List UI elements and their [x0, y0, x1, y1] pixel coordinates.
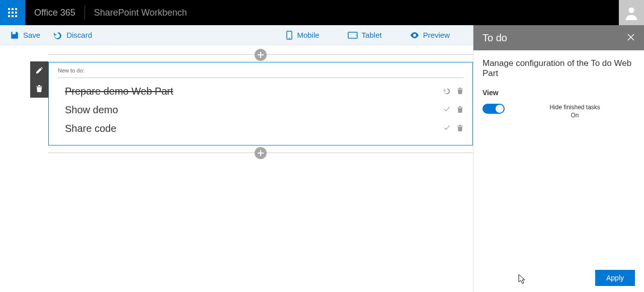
svg-rect-4 [12, 12, 14, 14]
preview-label: Preview [423, 31, 450, 39]
svg-point-11 [289, 38, 290, 39]
webpart-toolbar [30, 61, 48, 98]
app-launcher-icon[interactable] [0, 0, 25, 25]
todo-item-label: Show demo [65, 104, 118, 116]
brand-label[interactable]: Office 365 [25, 6, 85, 20]
svg-rect-0 [8, 8, 10, 10]
delete-icon[interactable] [457, 123, 463, 134]
svg-rect-3 [8, 12, 10, 14]
apply-button[interactable]: Apply [595, 270, 635, 286]
todo-item-label: Prepare demo Web Part [65, 86, 173, 97]
svg-rect-6 [8, 15, 10, 17]
hide-finished-toggle[interactable] [482, 104, 505, 114]
top-bar: Office 365 SharePoint Workbench [0, 0, 644, 25]
undo-icon[interactable] [443, 86, 451, 97]
svg-rect-7 [12, 15, 14, 17]
save-label: Save [23, 31, 40, 39]
delete-icon[interactable] [457, 104, 463, 116]
check-icon[interactable] [443, 104, 451, 116]
new-todo-input[interactable]: New to do: [58, 67, 463, 78]
tablet-label: Tablet [362, 31, 382, 39]
toggle-label: Hide finished tasks [515, 104, 635, 111]
delete-icon[interactable] [457, 86, 463, 97]
todo-item: Share code [58, 119, 463, 138]
svg-rect-8 [15, 15, 17, 17]
add-section-button-bottom[interactable] [255, 147, 267, 159]
discard-label: Discard [66, 31, 92, 39]
add-section-button-top[interactable] [255, 49, 267, 61]
mobile-label: Mobile [297, 31, 319, 39]
svg-rect-2 [15, 8, 17, 10]
svg-rect-17 [258, 153, 264, 154]
property-pane: To do Manage configuration of the To do … [473, 25, 644, 292]
mobile-button[interactable]: Mobile [286, 31, 319, 40]
canvas: New to do: Prepare demo Web Part Show de… [9, 45, 473, 153]
preview-button[interactable]: Preview [410, 31, 450, 40]
pane-description: Manage configuration of the To do Web Pa… [482, 58, 635, 79]
pane-title: To do [482, 32, 507, 44]
command-bar: Save Discard Mobile Tablet Preview [0, 25, 473, 45]
section-divider-bottom [48, 153, 473, 153]
tablet-button[interactable]: Tablet [348, 31, 382, 40]
pane-section-title: View [482, 89, 635, 97]
user-avatar-icon[interactable] [619, 0, 644, 25]
toggle-state: On [515, 112, 635, 119]
check-icon[interactable] [443, 123, 451, 134]
todo-item: Prepare demo Web Part [58, 82, 463, 101]
svg-point-13 [356, 35, 357, 36]
close-icon[interactable] [627, 32, 635, 44]
svg-rect-1 [12, 8, 14, 10]
svg-rect-5 [15, 12, 17, 14]
delete-webpart-button[interactable] [30, 80, 48, 98]
todo-webpart[interactable]: New to do: Prepare demo Web Part Show de… [48, 62, 473, 145]
workbench-label: SharePoint Workbench [85, 8, 196, 18]
pane-header: To do [473, 25, 644, 50]
discard-button[interactable]: Discard [53, 31, 92, 40]
todo-item-label: Share code [65, 123, 116, 134]
svg-rect-15 [258, 54, 264, 55]
todo-item: Show demo [58, 101, 463, 119]
svg-point-9 [628, 8, 634, 13]
section-divider-top [48, 54, 473, 55]
edit-webpart-button[interactable] [30, 61, 48, 80]
save-button[interactable]: Save [10, 31, 40, 40]
